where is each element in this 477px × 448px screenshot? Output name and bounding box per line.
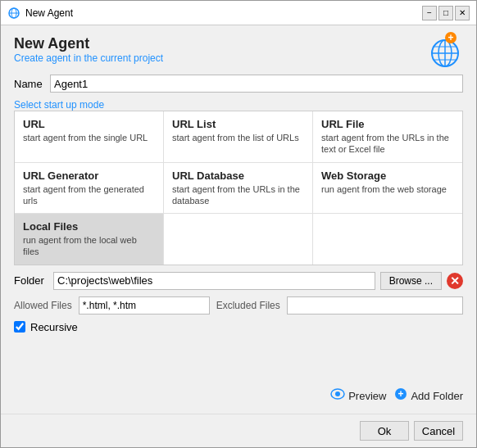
name-input[interactable] bbox=[50, 75, 463, 93]
mode-cell-url-title: URL bbox=[23, 118, 155, 130]
mode-cell-url[interactable]: URL start agent from the single URL bbox=[15, 111, 164, 163]
name-row: Name bbox=[14, 75, 463, 93]
main-content: New Agent Create agent in the current pr… bbox=[1, 25, 476, 414]
page-title: New Agent bbox=[14, 35, 163, 52]
mode-grid: URL start agent from the single URL URL … bbox=[14, 111, 463, 265]
ok-button[interactable]: Ok bbox=[360, 421, 409, 441]
name-label: Name bbox=[14, 78, 43, 90]
mode-cell-empty-2 bbox=[313, 214, 462, 265]
mode-cell-url-generator-desc: start agent from the generated urls bbox=[23, 183, 155, 207]
mode-cell-url-list-desc: start agent from the list of URLs bbox=[172, 132, 304, 143]
mode-cell-local-files-desc: run agent from the local web files bbox=[23, 234, 155, 258]
title-bar: New Agent − □ ✕ bbox=[1, 1, 476, 25]
mode-cell-url-file-desc: start agent from the URLs in the text or… bbox=[321, 132, 454, 156]
mode-section-label: Select start up mode bbox=[14, 99, 463, 111]
preview-label: Preview bbox=[348, 390, 386, 402]
mode-cell-url-generator-title: URL Generator bbox=[23, 170, 155, 182]
mode-cell-local-files[interactable]: Local Files run agent from the local web… bbox=[15, 214, 164, 265]
title-bar-controls: − □ ✕ bbox=[422, 6, 470, 20]
mode-cell-web-storage-desc: run agent from the web storage bbox=[321, 183, 454, 195]
cancel-button[interactable]: Cancel bbox=[414, 421, 463, 441]
mode-cell-url-file[interactable]: URL File start agent from the URLs in th… bbox=[313, 111, 462, 163]
mode-cell-web-storage-title: Web Storage bbox=[321, 170, 454, 182]
actions-row: Preview + Add Folder bbox=[14, 384, 463, 404]
folder-row: Folder Browse ... ✕ bbox=[14, 272, 463, 290]
maximize-button[interactable]: □ bbox=[438, 6, 453, 20]
files-row: Allowed Files Excluded Files bbox=[14, 296, 463, 315]
window: New Agent − □ ✕ New Agent Create agent i… bbox=[0, 0, 477, 448]
recursive-row: Recursive bbox=[14, 321, 463, 333]
recursive-label[interactable]: Recursive bbox=[30, 321, 78, 333]
excluded-files-input[interactable] bbox=[287, 296, 463, 315]
allowed-files-label: Allowed Files bbox=[14, 300, 72, 311]
add-folder-label: Add Folder bbox=[411, 390, 463, 402]
add-folder-button[interactable]: + Add Folder bbox=[394, 387, 463, 404]
clear-folder-button[interactable]: ✕ bbox=[447, 273, 463, 289]
plus-badge: + bbox=[445, 32, 457, 43]
mode-cell-web-storage[interactable]: Web Storage run agent from the web stora… bbox=[313, 163, 462, 215]
allowed-files-input[interactable] bbox=[79, 296, 210, 315]
preview-button[interactable]: Preview bbox=[330, 388, 386, 403]
minimize-button[interactable]: − bbox=[422, 6, 437, 20]
page-title-section: New Agent Create agent in the current pr… bbox=[14, 35, 163, 64]
title-bar-text: New Agent bbox=[25, 7, 422, 19]
eye-icon bbox=[330, 388, 345, 403]
browse-button[interactable]: Browse ... bbox=[380, 272, 442, 290]
folder-input[interactable] bbox=[53, 272, 375, 290]
mode-cell-url-database[interactable]: URL Database start agent from the URLs i… bbox=[164, 163, 313, 215]
mode-cell-url-desc: start agent from the single URL bbox=[23, 132, 155, 143]
svg-text:+: + bbox=[398, 388, 404, 400]
recursive-checkbox[interactable] bbox=[14, 321, 25, 333]
footer: Ok Cancel bbox=[1, 414, 476, 447]
mode-section: Select start up mode URL start agent fro… bbox=[14, 99, 463, 265]
mode-cell-url-database-title: URL Database bbox=[172, 170, 304, 182]
add-folder-icon: + bbox=[394, 387, 407, 404]
mode-cell-url-file-title: URL File bbox=[321, 118, 454, 130]
page-subtitle: Create agent in the current project bbox=[14, 52, 163, 64]
window-icon bbox=[7, 7, 20, 20]
close-button[interactable]: ✕ bbox=[455, 6, 470, 20]
mode-cell-url-list-title: URL List bbox=[172, 118, 304, 130]
mode-cell-url-database-desc: start agent from the URLs in the databas… bbox=[172, 183, 304, 207]
svg-point-10 bbox=[335, 391, 340, 396]
page-header: New Agent Create agent in the current pr… bbox=[14, 35, 463, 68]
mode-cell-url-list[interactable]: URL List start agent from the list of UR… bbox=[164, 111, 313, 163]
excluded-files-label: Excluded Files bbox=[216, 300, 280, 311]
folder-label: Folder bbox=[14, 274, 48, 287]
mode-cell-url-generator[interactable]: URL Generator start agent from the gener… bbox=[15, 163, 164, 215]
mode-cell-empty-1 bbox=[164, 214, 313, 265]
mode-cell-local-files-title: Local Files bbox=[23, 220, 155, 233]
header-globe-icon: + bbox=[427, 35, 463, 68]
